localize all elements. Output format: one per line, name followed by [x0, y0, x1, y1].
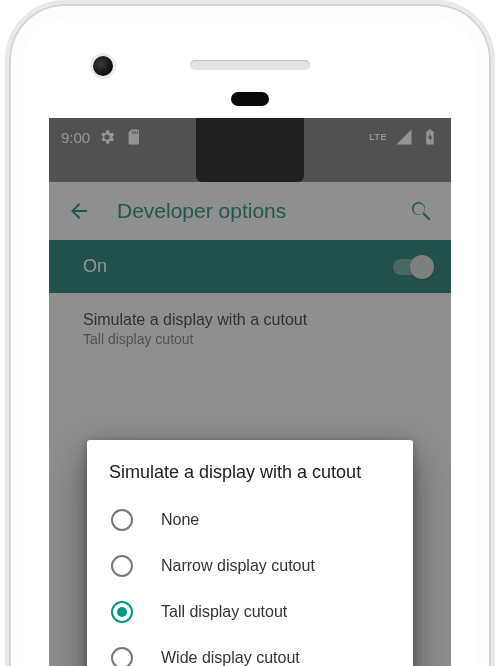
phone-bezel: 9:00 LTE	[23, 18, 477, 666]
option-label: None	[161, 511, 199, 529]
cutout-dialog: Simulate a display with a cutout None Na…	[87, 440, 413, 666]
radio-icon	[111, 509, 133, 531]
volume-button	[493, 230, 495, 350]
radio-icon	[111, 647, 133, 666]
cutout-option-tall[interactable]: Tall display cutout	[109, 589, 391, 635]
earpiece-speaker	[190, 60, 310, 70]
cutout-option-wide[interactable]: Wide display cutout	[109, 635, 391, 666]
option-label: Wide display cutout	[161, 649, 300, 666]
option-label: Narrow display cutout	[161, 557, 315, 575]
option-label: Tall display cutout	[161, 603, 287, 621]
device-screen: 9:00 LTE	[49, 118, 451, 666]
proximity-sensor	[231, 92, 269, 106]
dialog-title: Simulate a display with a cutout	[109, 462, 391, 483]
radio-icon	[111, 601, 133, 623]
cutout-option-narrow[interactable]: Narrow display cutout	[109, 543, 391, 589]
power-button	[493, 364, 495, 434]
radio-icon	[111, 555, 133, 577]
cutout-option-none[interactable]: None	[109, 497, 391, 543]
phone-frame: 9:00 LTE	[5, 0, 495, 666]
front-camera	[93, 56, 113, 76]
